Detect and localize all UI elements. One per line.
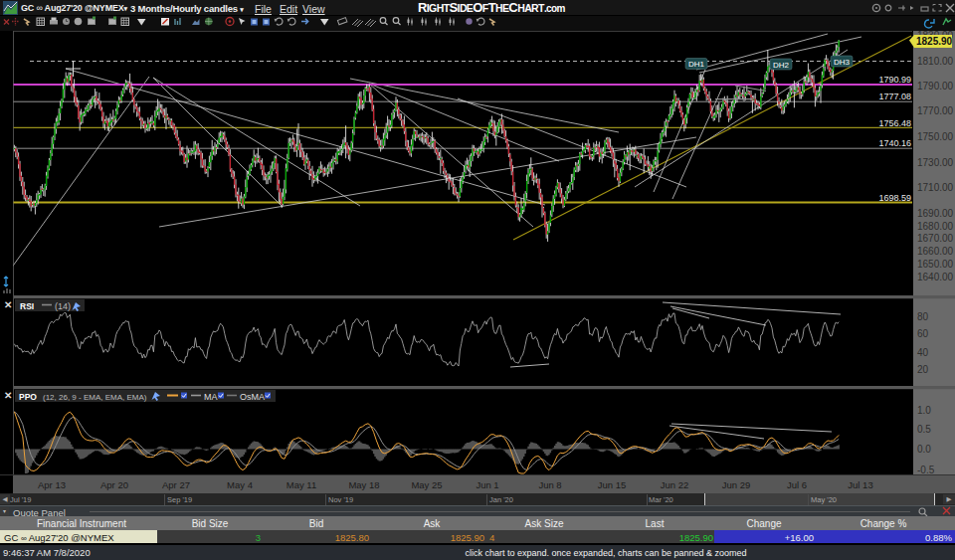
svg-text:1756.48: 1756.48	[878, 118, 911, 128]
svg-text:1640.00: 1640.00	[917, 272, 954, 282]
svg-text:✕: ✕	[4, 299, 12, 310]
svg-text:(14): (14)	[55, 301, 71, 311]
svg-text:60: 60	[917, 328, 929, 339]
svg-text:0.0: 0.0	[917, 444, 931, 455]
svg-text:1650.00: 1650.00	[917, 259, 954, 270]
svg-text:1750.00: 1750.00	[917, 131, 954, 142]
svg-text:RSI: RSI	[20, 301, 34, 311]
svg-text:0.5: 0.5	[917, 424, 931, 435]
svg-text:DH1: DH1	[688, 60, 705, 69]
svg-text:80: 80	[917, 311, 929, 322]
svg-text:1670.00: 1670.00	[917, 233, 954, 244]
svg-text:1790.99: 1790.99	[878, 75, 911, 85]
svg-text:20: 20	[917, 364, 929, 375]
svg-text:1790.00: 1790.00	[917, 81, 954, 92]
svg-text:(12, 26, 9 - EMA, EMA, EMA): (12, 26, 9 - EMA, EMA, EMA)	[43, 393, 147, 402]
svg-text:DH2: DH2	[773, 61, 790, 70]
svg-text:OsMA: OsMA	[240, 392, 265, 402]
svg-text:1.0: 1.0	[917, 405, 931, 416]
svg-text:1730.00: 1730.00	[917, 157, 954, 168]
svg-text:MA: MA	[204, 392, 218, 402]
svg-text:40: 40	[917, 347, 929, 358]
svg-text:DH3: DH3	[834, 58, 851, 67]
svg-text:-0.5: -0.5	[917, 465, 935, 474]
svg-text:✕: ✕	[4, 390, 12, 401]
svg-text:1710.00: 1710.00	[917, 182, 954, 193]
svg-text:1810.00: 1810.00	[917, 56, 954, 67]
svg-text:1740.16: 1740.16	[878, 138, 911, 148]
svg-text:1680.00: 1680.00	[917, 221, 954, 232]
svg-text:1825.90: 1825.90	[916, 36, 953, 47]
svg-text:1690.00: 1690.00	[917, 208, 954, 219]
svg-text:PPO: PPO	[19, 392, 37, 402]
svg-text:1777.08: 1777.08	[878, 92, 911, 101]
svg-text:1660.00: 1660.00	[917, 246, 954, 257]
svg-text:1698.59: 1698.59	[878, 193, 911, 203]
svg-text:1770.00: 1770.00	[917, 105, 954, 116]
